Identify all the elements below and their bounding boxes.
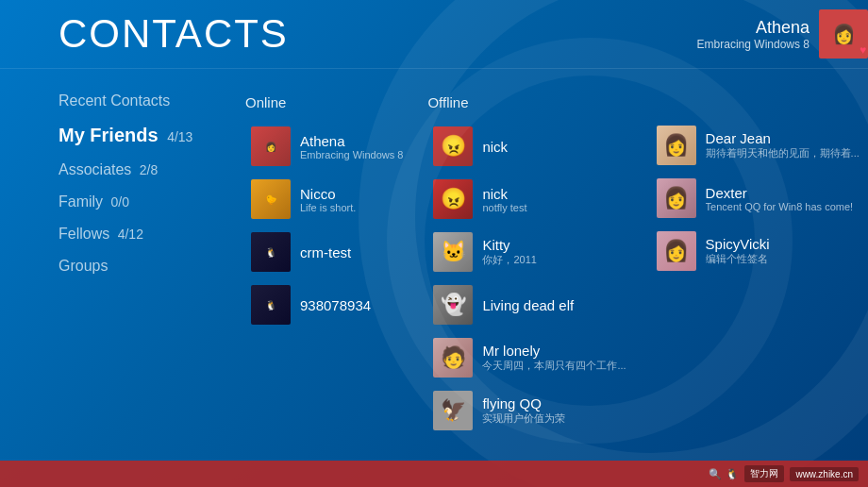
- contact-jean-info: Dear Jean 期待着明天和他的见面，期待着...: [706, 130, 860, 160]
- contact-num[interactable]: 🐧 938078934: [245, 280, 409, 329]
- header: CONTACTS Athena Embracing Windows 8 👩 ♥: [0, 0, 868, 68]
- contact-athena[interactable]: 👩 Athena Embracing Windows 8: [245, 122, 409, 171]
- contact-elf[interactable]: 👻 Living dead elf: [427, 280, 631, 329]
- user-info: Athena Embracing Windows 8 👩 ♥: [697, 9, 868, 59]
- contact-jean[interactable]: 👩 Dear Jean 期待着明天和他的见面，期待着...: [651, 121, 865, 170]
- main-content: Online 👩 Athena Embracing Windows 8 🐤 Ni…: [245, 94, 868, 459]
- contact-flying-info: flying QQ 实现用户价值为荣: [482, 395, 626, 426]
- avatar-dexter: 👩: [657, 178, 696, 218]
- contact-kitty-info: Kitty 你好，2011: [482, 237, 626, 267]
- offline-column: Offline 😠 nick 😠 nick notfly test 🐱 Kitt…: [427, 94, 650, 459]
- contact-nick1[interactable]: 😠 nick: [427, 122, 631, 171]
- contact-athena-info: Athena Embracing Windows 8: [300, 133, 403, 160]
- bottom-bar: 🔍 🐧 智力网 www.zhike.cn: [0, 461, 868, 487]
- contact-nick2-info: nick notfly test: [482, 186, 626, 213]
- avatar-kitty: 🐱: [433, 232, 473, 272]
- app-title: CONTACTS: [58, 11, 289, 57]
- avatar-jean: 👩: [657, 126, 696, 165]
- search-icon: 🔍: [709, 468, 722, 480]
- sidebar-item-friends[interactable]: My Friends 4/13: [58, 117, 228, 154]
- contact-nicco-info: Nicco Life is short.: [300, 186, 403, 213]
- avatar-flying: 🦅: [433, 391, 473, 430]
- contact-dexter[interactable]: 👩 Dexter Tencent QQ for Win8 has come!: [651, 174, 865, 223]
- contact-nicco[interactable]: 🐤 Nicco Life is short.: [245, 175, 409, 224]
- avatar-spicy: 👩: [657, 231, 696, 271]
- user-status: Embracing Windows 8: [697, 38, 810, 51]
- online-column: Online 👩 Athena Embracing Windows 8 🐤 Ni…: [245, 94, 427, 459]
- contact-nick2[interactable]: 😠 nick notfly test: [427, 175, 631, 224]
- sidebar-item-family[interactable]: Family 0/0: [58, 186, 228, 218]
- contact-crm[interactable]: 🐧 crm-test: [245, 227, 409, 277]
- user-name: Athena: [697, 18, 810, 38]
- avatar-heart-icon: ♥: [860, 43, 866, 57]
- avatar-lonely: 🧑: [433, 338, 473, 378]
- qq-icon: 🐧: [726, 468, 739, 480]
- contact-elf-info: Living dead elf: [482, 297, 626, 313]
- offline-header: Offline: [427, 94, 631, 110]
- contact-dexter-info: Dexter Tencent QQ for Win8 has come!: [706, 185, 860, 212]
- avatar-nick2: 😠: [433, 179, 473, 219]
- avatar-elf: 👻: [433, 285, 473, 325]
- contact-kitty[interactable]: 🐱 Kitty 你好，2011: [427, 227, 631, 277]
- user-text-block: Athena Embracing Windows 8: [697, 18, 810, 51]
- contact-spicy[interactable]: 👩 SpicyVicki 编辑个性签名: [651, 227, 865, 276]
- offline2-column: 👩 Dear Jean 期待着明天和他的见面，期待着... 👩 Dexter T…: [651, 94, 868, 459]
- contact-lonely-info: Mr lonely 今天周四，本周只有四个工作...: [482, 343, 626, 373]
- contact-lonely[interactable]: 🧑 Mr lonely 今天周四，本周只有四个工作...: [427, 333, 631, 382]
- sidebar-item-associates[interactable]: Associates 2/8: [58, 154, 228, 186]
- bottom-url1: www.zhike.cn: [790, 467, 859, 481]
- contact-flying[interactable]: 🦅 flying QQ 实现用户价值为荣: [427, 386, 631, 435]
- avatar-num: 🐧: [251, 285, 291, 325]
- sidebar: Recent Contacts My Friends 4/13 Associat…: [58, 85, 228, 282]
- sidebar-item-groups[interactable]: Groups: [58, 250, 228, 282]
- sidebar-item-fellows[interactable]: Fellows 4/12: [58, 218, 228, 250]
- avatar-nicco: 🐤: [251, 179, 291, 219]
- user-avatar[interactable]: 👩 ♥: [819, 9, 868, 59]
- avatar-crm: 🐧: [251, 232, 291, 272]
- header-divider: [0, 68, 868, 69]
- online-header: Online: [245, 94, 409, 110]
- contact-crm-info: crm-test: [300, 244, 403, 260]
- contact-nick1-info: nick: [482, 139, 626, 155]
- bottom-icons: 🔍 🐧: [709, 468, 739, 480]
- contact-spicy-info: SpicyVicki 编辑个性签名: [706, 236, 860, 266]
- avatar-face: 👩: [832, 23, 856, 45]
- sidebar-item-recent[interactable]: Recent Contacts: [58, 85, 228, 117]
- avatar-athena: 👩: [251, 126, 291, 166]
- avatar-nick1: 😠: [433, 126, 473, 166]
- contact-num-info: 938078934: [300, 297, 403, 313]
- bottom-logo1: 智力网: [744, 465, 784, 482]
